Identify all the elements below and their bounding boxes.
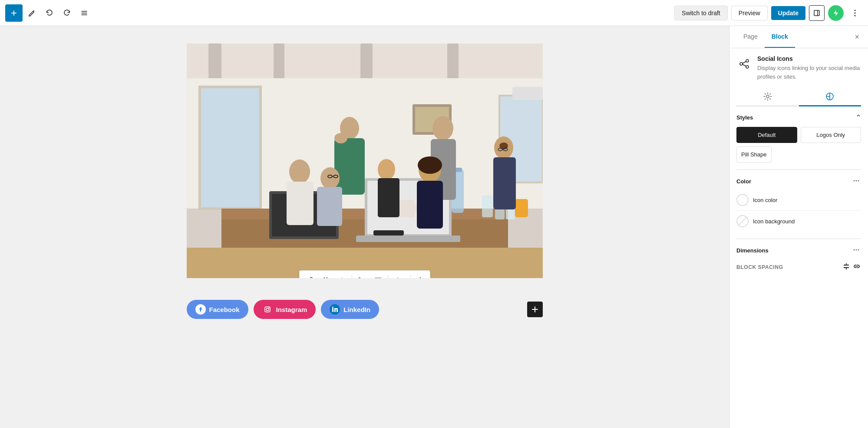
- undo-button[interactable]: [42, 5, 57, 21]
- social-buttons-group: Facebook Instagram: [187, 300, 379, 319]
- toolbar-divider-3: [410, 275, 411, 278]
- facebook-button[interactable]: Facebook: [187, 300, 248, 319]
- photo-container[interactable]: Size: [187, 43, 543, 278]
- svg-point-6: [855, 12, 856, 13]
- svg-rect-31: [356, 236, 460, 242]
- styles-tab-button[interactable]: [799, 88, 861, 106]
- spacing-link-button[interactable]: [852, 262, 861, 272]
- svg-line-95: [743, 64, 746, 66]
- svg-line-100: [739, 217, 746, 225]
- svg-point-97: [854, 180, 855, 182]
- social-icons-block-icon: [736, 56, 752, 72]
- layout-icon-button[interactable]: [809, 5, 825, 21]
- logos-only-style-button[interactable]: Logos Only: [801, 127, 861, 143]
- drag-handle-button[interactable]: [317, 272, 333, 278]
- settings-tab-button[interactable]: [736, 88, 799, 106]
- svg-point-69: [323, 278, 325, 279]
- svg-point-50: [432, 116, 453, 140]
- align-left-button[interactable]: [353, 272, 369, 278]
- svg-rect-13: [447, 43, 459, 82]
- size-button[interactable]: Size: [389, 275, 408, 278]
- svg-line-94: [743, 62, 746, 64]
- svg-point-86: [268, 308, 269, 309]
- dimensions-section: Dimensions BLOCK SPACING: [736, 246, 861, 276]
- svg-rect-36: [482, 196, 493, 217]
- image-block: Size: [187, 43, 543, 278]
- close-sidebar-button[interactable]: ×: [853, 31, 861, 43]
- color-label: Color: [736, 178, 751, 185]
- add-block-button[interactable]: +: [5, 4, 23, 22]
- block-tab[interactable]: Block: [765, 26, 795, 48]
- svg-point-85: [266, 308, 269, 311]
- linkedin-button[interactable]: LinkedIn: [321, 300, 379, 319]
- icon-color-circle: [736, 194, 749, 206]
- icon-background-circle: [736, 215, 749, 227]
- style-buttons-grid: Default Logos Only: [736, 127, 861, 143]
- svg-point-91: [746, 60, 749, 62]
- svg-point-93: [746, 66, 749, 68]
- main-content: Size: [0, 26, 868, 428]
- svg-point-70: [326, 278, 327, 279]
- svg-rect-47: [317, 187, 342, 226]
- dimensions-options-button[interactable]: [851, 246, 861, 255]
- svg-point-43: [334, 133, 347, 143]
- performance-button[interactable]: [828, 5, 844, 21]
- switch-to-draft-button[interactable]: Switch to draft: [674, 6, 728, 20]
- svg-point-101: [854, 249, 855, 251]
- facebook-label: Facebook: [209, 306, 240, 313]
- align-center-button[interactable]: [370, 272, 386, 278]
- svg-point-56: [418, 156, 442, 174]
- color-section: Color Icon color: [736, 177, 861, 232]
- svg-rect-49: [378, 178, 399, 217]
- toolbar-right: Switch to draft Preview Update: [674, 5, 863, 21]
- block-info: Social Icons Display icons linking to yo…: [736, 55, 861, 81]
- svg-point-81: [419, 278, 421, 279]
- styles-label: Styles ⌃: [736, 113, 861, 122]
- more-block-options-button[interactable]: [413, 272, 428, 278]
- svg-rect-40: [373, 230, 404, 236]
- toolbar-divider: [351, 275, 352, 278]
- list-view-button[interactable]: [76, 5, 92, 21]
- editor-area: Size: [0, 26, 729, 428]
- redo-button[interactable]: [59, 5, 75, 21]
- move-up-down-button[interactable]: [334, 272, 350, 278]
- color-options-button[interactable]: [851, 177, 861, 186]
- svg-point-103: [858, 249, 859, 251]
- spacing-custom-button[interactable]: [842, 262, 851, 272]
- instagram-button[interactable]: Instagram: [254, 300, 316, 319]
- svg-rect-12: [360, 43, 373, 83]
- update-button[interactable]: Update: [771, 6, 805, 20]
- toolbar-left: +: [5, 4, 92, 22]
- svg-point-98: [856, 180, 857, 182]
- sidebar-content: Social Icons Display icons linking to yo…: [729, 48, 868, 428]
- styles-chevron[interactable]: ⌃: [855, 113, 861, 122]
- svg-rect-87: [332, 308, 333, 312]
- linkedin-label: LinkedIn: [343, 306, 370, 313]
- add-new-block-button[interactable]: [527, 302, 543, 317]
- more-options-button[interactable]: [847, 5, 863, 21]
- icon-background-item[interactable]: Icon background: [736, 211, 861, 232]
- facebook-icon: [195, 304, 206, 315]
- top-toolbar: + Switch to d: [0, 0, 868, 26]
- svg-point-64: [310, 277, 312, 278]
- pill-shape-style-button[interactable]: Pill Shape: [736, 146, 772, 163]
- edit-icon-button[interactable]: [24, 5, 40, 21]
- page-tab[interactable]: Page: [736, 26, 765, 48]
- svg-rect-75: [358, 278, 360, 278]
- svg-rect-53: [493, 157, 516, 209]
- icon-color-item[interactable]: Icon color: [736, 189, 861, 211]
- color-actions: [851, 177, 861, 186]
- svg-rect-45: [287, 182, 314, 225]
- instagram-label: Instagram: [276, 306, 307, 313]
- svg-rect-39: [515, 199, 528, 217]
- svg-point-88: [332, 307, 333, 308]
- svg-point-5: [855, 10, 856, 11]
- preview-button[interactable]: Preview: [731, 6, 768, 20]
- share-block-button[interactable]: [301, 272, 317, 278]
- svg-rect-34: [399, 200, 415, 217]
- sidebar-tabs: Page Block ×: [729, 26, 868, 48]
- block-info-text: Social Icons Display icons linking to yo…: [757, 55, 861, 81]
- block-toolbar: Size: [299, 270, 430, 278]
- default-style-button[interactable]: Default: [736, 127, 797, 143]
- svg-rect-11: [274, 43, 284, 80]
